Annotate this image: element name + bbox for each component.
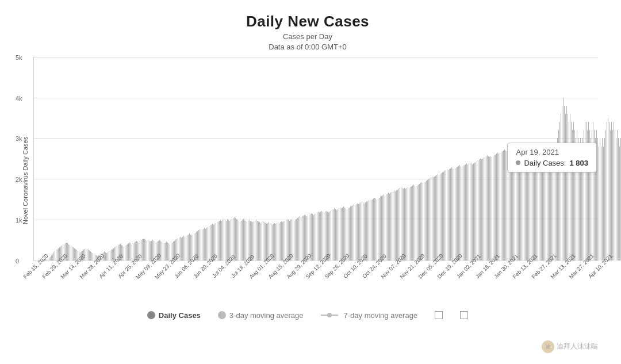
bar[interactable]: [556, 144, 557, 260]
bar[interactable]: [601, 147, 601, 260]
bar[interactable]: [316, 213, 316, 260]
bar[interactable]: [342, 208, 343, 260]
bar[interactable]: [237, 220, 238, 260]
bar[interactable]: [201, 230, 201, 260]
bar[interactable]: [594, 130, 595, 260]
bar[interactable]: [472, 164, 473, 260]
bar[interactable]: [320, 212, 321, 260]
bar[interactable]: [612, 130, 613, 260]
bar[interactable]: [523, 145, 523, 260]
bar[interactable]: [553, 147, 553, 260]
bar[interactable]: [508, 151, 508, 260]
bar[interactable]: [373, 198, 374, 260]
bar[interactable]: [181, 237, 182, 260]
bar[interactable]: [282, 222, 283, 260]
bar[interactable]: [431, 177, 431, 260]
bar[interactable]: [318, 212, 319, 260]
bar[interactable]: [349, 208, 350, 260]
bar[interactable]: [407, 188, 407, 260]
bar[interactable]: [417, 186, 417, 260]
bar[interactable]: [264, 222, 264, 260]
bar[interactable]: [319, 212, 320, 260]
bar[interactable]: [389, 194, 390, 260]
bar[interactable]: [423, 183, 423, 260]
bar[interactable]: [241, 221, 241, 260]
bar[interactable]: [548, 148, 549, 260]
bar[interactable]: [205, 229, 206, 260]
bar[interactable]: [323, 212, 323, 260]
bar[interactable]: [86, 248, 86, 260]
bar[interactable]: [378, 198, 378, 260]
bar[interactable]: [614, 122, 614, 260]
bar[interactable]: [224, 219, 224, 260]
bar[interactable]: [470, 163, 470, 260]
bar[interactable]: [577, 130, 577, 260]
bar[interactable]: [411, 186, 412, 260]
bar[interactable]: [573, 122, 574, 260]
bar[interactable]: [246, 221, 246, 260]
bar[interactable]: [73, 247, 74, 260]
bar[interactable]: [581, 147, 582, 260]
bar[interactable]: [550, 148, 551, 260]
bar[interactable]: [488, 156, 489, 260]
bar[interactable]: [576, 138, 576, 260]
bar[interactable]: [277, 223, 277, 260]
bar[interactable]: [449, 169, 450, 260]
bar[interactable]: [108, 252, 108, 260]
bar[interactable]: [387, 194, 388, 260]
bar[interactable]: [93, 253, 93, 260]
bar[interactable]: [608, 118, 608, 260]
bar[interactable]: [595, 138, 596, 260]
bar[interactable]: [591, 138, 591, 260]
bar[interactable]: [555, 145, 555, 260]
bar[interactable]: [262, 222, 262, 260]
bar[interactable]: [167, 243, 168, 260]
bar[interactable]: [428, 179, 429, 260]
bar[interactable]: [484, 158, 484, 260]
bar[interactable]: [463, 166, 463, 260]
bar[interactable]: [397, 190, 398, 260]
bar[interactable]: [604, 138, 605, 260]
bar[interactable]: [462, 167, 462, 260]
bar[interactable]: [163, 243, 163, 260]
bar[interactable]: [592, 130, 592, 260]
bar[interactable]: [605, 130, 606, 260]
bar[interactable]: [204, 228, 205, 260]
bar[interactable]: [415, 186, 415, 260]
bar[interactable]: [329, 212, 330, 260]
bar[interactable]: [430, 178, 430, 260]
bar[interactable]: [189, 233, 190, 260]
bar[interactable]: [520, 145, 521, 260]
bar[interactable]: [369, 200, 369, 260]
bar[interactable]: [206, 228, 207, 260]
bar[interactable]: [183, 236, 184, 260]
bar[interactable]: [526, 145, 527, 260]
bar[interactable]: [528, 145, 529, 260]
bar[interactable]: [244, 220, 245, 260]
bar[interactable]: [68, 244, 69, 260]
bar[interactable]: [563, 98, 564, 260]
bar[interactable]: [584, 130, 584, 260]
bar[interactable]: [91, 252, 92, 260]
bar[interactable]: [248, 221, 248, 260]
bar[interactable]: [340, 208, 340, 260]
bar[interactable]: [257, 221, 258, 260]
bar[interactable]: [456, 167, 457, 260]
bar[interactable]: [436, 175, 437, 260]
bar[interactable]: [56, 250, 56, 260]
bar[interactable]: [239, 221, 239, 260]
bar[interactable]: [281, 221, 282, 260]
bar[interactable]: [443, 172, 444, 260]
bar[interactable]: [435, 176, 436, 260]
bar[interactable]: [481, 159, 482, 260]
bar[interactable]: [599, 147, 599, 260]
bar[interactable]: [242, 220, 243, 260]
bar[interactable]: [603, 147, 604, 260]
bar[interactable]: [275, 224, 276, 260]
bar[interactable]: [375, 198, 376, 260]
bar[interactable]: [359, 204, 360, 260]
bar[interactable]: [74, 248, 75, 260]
bar[interactable]: [221, 221, 222, 260]
bar[interactable]: [421, 182, 422, 260]
bar[interactable]: [274, 223, 275, 260]
